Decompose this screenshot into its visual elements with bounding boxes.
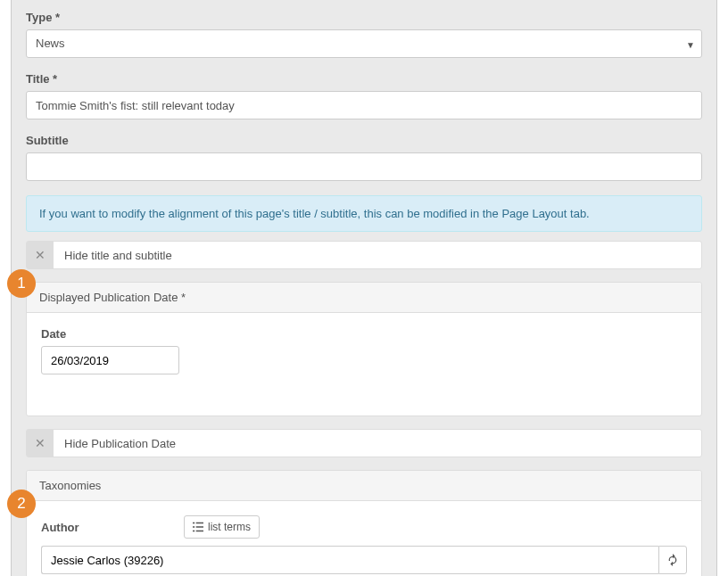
- taxonomies-heading: Taxonomies: [27, 471, 701, 501]
- taxonomies-body: Author list terms: [27, 501, 701, 576]
- displayed-pub-date-heading: Displayed Publication Date *: [27, 283, 701, 313]
- callout-badge-2: 2: [7, 490, 36, 518]
- subtitle-label: Subtitle: [26, 134, 702, 147]
- hide-pub-date-label: Hide Publication Date: [54, 437, 186, 450]
- list-icon: [193, 522, 203, 532]
- svg-rect-4: [193, 531, 194, 532]
- svg-rect-2: [193, 526, 194, 528]
- svg-rect-1: [196, 523, 203, 524]
- list-terms-button[interactable]: list terms: [184, 515, 260, 539]
- svg-rect-3: [196, 526, 203, 528]
- author-label-row: Author list terms: [41, 515, 687, 539]
- author-input[interactable]: [41, 546, 658, 574]
- hide-title-toggle-row: ✕ Hide title and subtitle: [26, 241, 702, 269]
- type-field-group: Type * News ▼: [26, 11, 702, 58]
- type-label: Type *: [26, 11, 702, 24]
- displayed-pub-date-body: Date: [27, 313, 701, 416]
- taxonomies-panel: Taxonomies Author list terms: [26, 470, 702, 576]
- close-icon: ✕: [35, 436, 46, 450]
- hide-pub-date-checkbox[interactable]: ✕: [27, 430, 54, 457]
- svg-rect-5: [196, 531, 203, 532]
- svg-rect-0: [193, 523, 194, 524]
- author-label: Author: [41, 521, 175, 534]
- hide-title-checkbox[interactable]: ✕: [27, 242, 54, 268]
- subtitle-input[interactable]: [26, 152, 702, 181]
- title-label: Title *: [26, 72, 702, 86]
- refresh-button[interactable]: [658, 546, 687, 574]
- type-select[interactable]: News: [26, 29, 702, 58]
- refresh-icon: [666, 554, 679, 566]
- form-container: Type * News ▼ Title * Subtitle If you wa…: [11, 0, 717, 576]
- close-icon: ✕: [35, 248, 46, 262]
- date-input[interactable]: [41, 346, 179, 374]
- list-terms-label: list terms: [208, 521, 251, 533]
- subtitle-field-group: Subtitle: [26, 134, 702, 181]
- date-label: Date: [41, 327, 687, 341]
- author-input-wrap: [41, 546, 687, 574]
- hide-title-label: Hide title and subtitle: [54, 249, 183, 262]
- type-select-wrap: News ▼: [26, 29, 702, 58]
- title-input[interactable]: [26, 91, 702, 119]
- title-field-group: Title *: [26, 72, 702, 119]
- callout-badge-1: 1: [7, 269, 36, 298]
- info-banner: If you want to modify the alignment of t…: [26, 195, 702, 232]
- hide-pub-date-toggle-row: ✕ Hide Publication Date: [26, 429, 702, 457]
- displayed-pub-date-panel: Displayed Publication Date * Date: [26, 282, 702, 416]
